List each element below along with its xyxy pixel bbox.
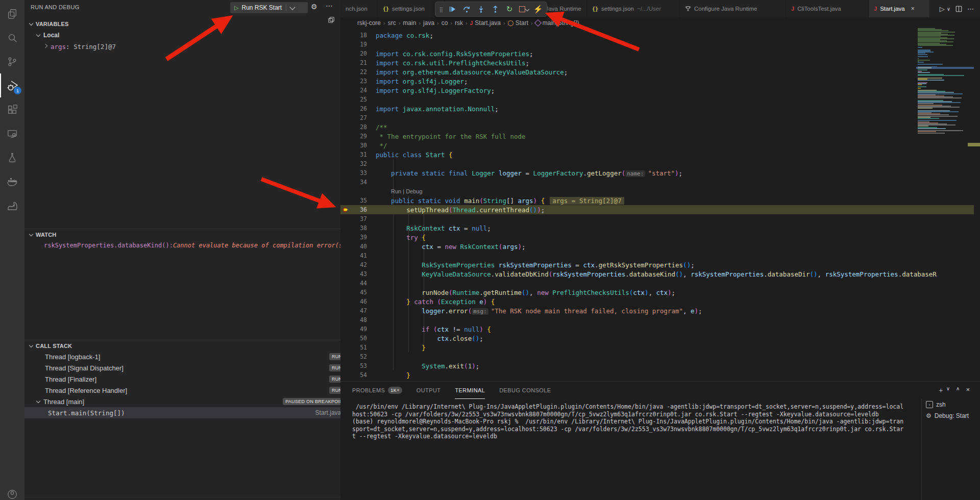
- line-number[interactable]: 40: [340, 243, 376, 250]
- maximize-panel-icon[interactable]: ∧: [956, 386, 960, 395]
- call-stack-thread[interactable]: Thread [main]PAUSED ON BREAKPOINT: [24, 396, 340, 407]
- call-stack-frame-selected[interactable]: Start.main(String[])Start.java36:1: [24, 407, 340, 418]
- line-number[interactable]: 26: [340, 105, 376, 112]
- breadcrumb-item-java[interactable]: java: [423, 19, 434, 27]
- breadcrumb-item-rsk[interactable]: rsk: [455, 19, 463, 27]
- line-number[interactable]: 30: [340, 142, 376, 149]
- line-number[interactable]: 25: [340, 96, 376, 103]
- source-control-icon[interactable]: [0, 49, 24, 73]
- call-stack-thread[interactable]: Thread [Signal Dispatcher]RUNNING: [24, 362, 340, 373]
- breadcrumb-item-start[interactable]: Start: [508, 19, 528, 27]
- editor-more-actions-icon[interactable]: ⋯: [967, 5, 974, 13]
- panel-tab-output[interactable]: OUTPUT: [416, 382, 441, 399]
- run-dropdown-chevron-icon[interactable]: ∨: [947, 6, 950, 12]
- line-number[interactable]: 51: [340, 344, 376, 351]
- line-number[interactable]: 42: [340, 261, 376, 268]
- breadcrumb-item-start-java[interactable]: JStart.java: [470, 19, 501, 27]
- line-number[interactable]: 33: [340, 169, 376, 177]
- line-number[interactable]: 19: [340, 41, 376, 48]
- code-editor[interactable]: 18package co.rsk;1920import co.rsk.confi…: [340, 29, 980, 383]
- step-into-icon[interactable]: [474, 3, 487, 15]
- breadcrumb-item-rskj-core[interactable]: rskj-core: [357, 19, 381, 27]
- step-out-icon[interactable]: [488, 3, 502, 15]
- tab-settings-json[interactable]: {}settings.json~/.../User: [587, 0, 680, 17]
- line-number[interactable]: 47: [340, 307, 376, 314]
- breakpoint-current-line-icon[interactable]: [341, 206, 350, 214]
- variables-section-header[interactable]: VARIABLES: [24, 18, 340, 30]
- tab-clitoolstest-java[interactable]: JCliToolsTest.java: [786, 0, 869, 17]
- codelens-run-debug[interactable]: Run | Debug: [340, 188, 423, 194]
- line-number[interactable]: 28: [340, 123, 376, 131]
- testing-icon[interactable]: [0, 145, 24, 169]
- line-number[interactable]: 31: [340, 151, 376, 158]
- minimap[interactable]: [916, 20, 974, 378]
- line-number[interactable]: 21: [340, 59, 376, 66]
- line-number[interactable]: 18: [340, 32, 376, 39]
- watch-section-header[interactable]: WATCH: [24, 229, 340, 240]
- line-number[interactable]: 49: [340, 326, 376, 333]
- run-java-icon[interactable]: ▷: [940, 5, 945, 13]
- tab-start-java[interactable]: JStart.java×: [869, 0, 930, 17]
- line-number[interactable]: 32: [340, 160, 376, 167]
- terminal-list-item-zsh[interactable]: ›zsh: [922, 399, 980, 410]
- account-icon[interactable]: [0, 482, 24, 500]
- line-number[interactable]: 52: [340, 353, 376, 360]
- line-number[interactable]: 43: [340, 270, 376, 278]
- call-stack-section-header[interactable]: CALL STACK: [24, 340, 340, 352]
- call-stack-thread[interactable]: Thread [logback-1]RUNNING: [24, 351, 340, 362]
- stop-icon[interactable]: [517, 3, 530, 15]
- variable-args[interactable]: args: String[2]@7: [24, 41, 340, 52]
- debug-settings-gear-icon[interactable]: ⚙: [311, 3, 317, 11]
- tab-configure-java-runtime[interactable]: Configure Java Runtime: [680, 0, 786, 17]
- call-stack-thread[interactable]: Thread [Finalizer]RUNNING: [24, 373, 340, 385]
- split-editor-icon[interactable]: [955, 6, 962, 12]
- variables-scope-local[interactable]: Local: [24, 30, 340, 41]
- breadcrumb-item-main-string-[interactable]: main(String[]): [535, 19, 579, 27]
- line-number[interactable]: 34: [340, 179, 376, 186]
- start-debug-icon[interactable]: ▷: [234, 5, 238, 11]
- more-actions-icon[interactable]: ⋯: [326, 2, 333, 10]
- close-tab-icon[interactable]: ×: [911, 5, 915, 12]
- breadcrumb-item-main[interactable]: main: [403, 19, 416, 27]
- line-number[interactable]: 53: [340, 362, 376, 369]
- line-number[interactable]: 20: [340, 50, 376, 57]
- line-number[interactable]: 24: [340, 87, 376, 94]
- tab-nch-json[interactable]: nch.json: [340, 0, 378, 17]
- line-number[interactable]: 35: [340, 197, 376, 204]
- search-icon[interactable]: [0, 26, 24, 49]
- breadcrumb-item-src[interactable]: src: [388, 19, 396, 27]
- line-number[interactable]: 41: [340, 252, 376, 259]
- breadcrumb-item-co[interactable]: co: [442, 19, 448, 27]
- remote-explorer-icon[interactable]: [0, 121, 24, 145]
- breakpoints-section-header[interactable]: BREAKPOINTS: [24, 497, 340, 500]
- line-number[interactable]: 23: [340, 78, 376, 85]
- terminal-dropdown-chevron-icon[interactable]: ∨: [946, 386, 950, 395]
- continue-icon[interactable]: [446, 3, 459, 15]
- watch-expression-row[interactable]: rskSystemProperties.databaseKind(): Cann…: [24, 240, 340, 251]
- panel-tab-debug-console[interactable]: DEBUG CONSOLE: [499, 382, 551, 399]
- chevron-down-icon[interactable]: [290, 4, 296, 10]
- panel-tab-terminal[interactable]: TERMINAL: [455, 382, 485, 399]
- run-configuration-dropdown[interactable]: ▷ Run RSK Start: [230, 2, 308, 13]
- line-number[interactable]: 44: [340, 280, 376, 287]
- drag-handle-icon[interactable]: ⣿: [437, 3, 445, 15]
- line-number[interactable]: 45: [340, 289, 376, 296]
- panel-tab-problems[interactable]: PROBLEMS1K+: [352, 382, 402, 399]
- call-stack-thread[interactable]: Thread [Reference Handler]RUNNING: [24, 385, 340, 396]
- close-panel-icon[interactable]: ×: [966, 386, 970, 395]
- explorer-icon[interactable]: [0, 2, 24, 26]
- restart-icon[interactable]: ↻: [503, 3, 516, 15]
- line-number[interactable]: 38: [340, 224, 376, 232]
- hot-code-replace-icon[interactable]: ⚡: [531, 3, 545, 15]
- new-terminal-icon[interactable]: ＋: [938, 386, 944, 395]
- terminal-list-item-debug-start[interactable]: ⚙Debug: Start: [922, 410, 980, 421]
- line-number[interactable]: 29: [340, 133, 376, 140]
- run-and-debug-icon[interactable]: 1: [0, 73, 24, 97]
- line-number[interactable]: 54: [340, 371, 376, 379]
- docker-icon[interactable]: [0, 169, 24, 193]
- extensions-icon[interactable]: [0, 97, 24, 121]
- step-over-icon[interactable]: [460, 3, 473, 15]
- line-number[interactable]: 46: [340, 298, 376, 305]
- line-number[interactable]: 48: [340, 316, 376, 323]
- line-number[interactable]: 27: [340, 114, 376, 121]
